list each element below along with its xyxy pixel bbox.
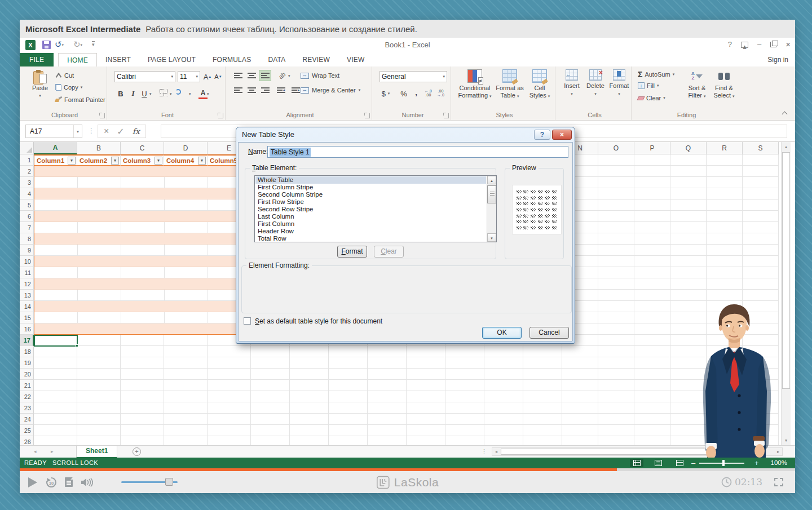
cell-B20[interactable] (77, 369, 121, 380)
cell-L24[interactable] (484, 414, 523, 425)
format-as-table-button[interactable]: Format asTable ▾ (495, 69, 525, 100)
cell-A25[interactable] (34, 425, 77, 436)
cell-R4[interactable] (707, 188, 743, 199)
table-header-column3[interactable]: Column3▾ (121, 154, 164, 166)
cell-J25[interactable] (407, 425, 445, 436)
cell-P13[interactable] (634, 290, 670, 301)
cell-H20[interactable] (329, 369, 368, 380)
table-element-option-last-column[interactable]: Last Column (255, 213, 486, 220)
filter-icon-column3[interactable]: ▾ (155, 157, 162, 165)
middle-align-icon[interactable] (245, 70, 258, 81)
cell-D18[interactable] (164, 346, 208, 357)
ribbon-tab-view[interactable]: VIEW (338, 53, 373, 66)
cell-styles-button[interactable]: CellStyles ▾ (527, 69, 552, 100)
cell-I24[interactable] (368, 414, 407, 425)
cell-G21[interactable] (290, 380, 329, 391)
cell-M25[interactable] (523, 425, 562, 436)
comma-style-icon[interactable]: , (411, 87, 421, 98)
column-header-P[interactable]: P (634, 142, 670, 154)
cell-N23[interactable] (562, 402, 598, 414)
cell-O17[interactable] (598, 335, 634, 346)
filter-icon-column2[interactable]: ▾ (111, 157, 119, 165)
cell-L23[interactable] (484, 402, 523, 414)
cell-P23[interactable] (634, 402, 670, 414)
cell-Q8[interactable] (670, 233, 707, 245)
currency-icon[interactable]: $ ▾ (381, 88, 391, 99)
cell-R5[interactable] (707, 199, 743, 211)
decrease-font-icon[interactable]: A▼ (213, 71, 223, 82)
cell-M20[interactable] (523, 369, 562, 380)
volume-slider-thumb[interactable] (165, 478, 173, 486)
sheet-tab-sheet1[interactable]: Sheet1 (76, 446, 117, 458)
align-right-icon[interactable] (259, 85, 271, 96)
zoom-level[interactable]: 100% (771, 458, 787, 468)
bottom-align-icon[interactable] (259, 70, 271, 81)
row-header-3[interactable]: 3 (20, 177, 34, 188)
column-header-O[interactable]: O (598, 142, 634, 154)
fill-handle[interactable] (76, 344, 78, 347)
row-header-14[interactable]: 14 (20, 301, 34, 312)
cell-Q2[interactable] (670, 166, 707, 177)
cell-O6[interactable] (598, 211, 634, 222)
cell-A21[interactable] (34, 380, 77, 391)
row-header-20[interactable]: 20 (20, 369, 34, 380)
insert-cells-button[interactable]: ← Insert▾ (561, 69, 583, 97)
name-box-dropdown-icon[interactable]: ▾ (73, 125, 82, 138)
cell-O15[interactable] (598, 312, 634, 323)
cell-K22[interactable] (445, 391, 484, 402)
cell-Q7[interactable] (670, 222, 707, 233)
zoom-slider-track[interactable] (699, 463, 744, 464)
dialog-help-icon[interactable]: ? (534, 130, 550, 140)
table-row-8[interactable] (34, 233, 251, 245)
page-layout-view-icon[interactable] (651, 459, 665, 467)
cell-S1[interactable] (743, 154, 779, 166)
name-box[interactable]: A17▾ (25, 125, 82, 138)
cell-D25[interactable] (164, 425, 208, 436)
cell-S7[interactable] (743, 222, 779, 233)
cell-P21[interactable] (634, 380, 670, 391)
cell-P20[interactable] (634, 369, 670, 380)
cell-H21[interactable] (329, 380, 368, 391)
cell-I19[interactable] (368, 357, 407, 369)
default-style-checkbox-label[interactable]: Set as default table style for this docu… (255, 317, 382, 325)
row-header-15[interactable]: 15 (20, 312, 34, 323)
delete-cells-button[interactable]: × Delete▾ (584, 69, 607, 97)
format-button[interactable]: Format (337, 246, 367, 258)
cell-I25[interactable] (368, 425, 407, 436)
cell-D24[interactable] (164, 414, 208, 425)
underline-dropdown-icon[interactable]: ▾ (149, 92, 152, 96)
cell-A18[interactable] (34, 346, 77, 357)
cell-G23[interactable] (290, 402, 329, 414)
cell-Q11[interactable] (670, 267, 707, 278)
cell-Q9[interactable] (670, 245, 707, 256)
cell-R3[interactable] (707, 177, 743, 188)
ribbon-tab-page-layout[interactable]: PAGE LAYOUT (139, 53, 204, 66)
cell-O2[interactable] (598, 166, 634, 177)
cell-E25[interactable] (208, 425, 251, 436)
number-dialog-launcher[interactable] (444, 113, 449, 118)
cell-A23[interactable] (34, 402, 77, 414)
collapse-ribbon-icon[interactable] (782, 110, 787, 116)
table-row-6[interactable] (34, 211, 251, 222)
ribbon-tab-formulas[interactable]: FORMULAS (204, 53, 259, 66)
cell-B26[interactable] (77, 436, 121, 445)
cell-M18[interactable] (523, 346, 562, 357)
fullscreen-icon[interactable] (774, 478, 783, 486)
decrease-decimal-icon[interactable]: .00→.0 (437, 89, 444, 97)
row-header-7[interactable]: 7 (20, 222, 34, 233)
sign-in-link[interactable]: Sign in (767, 53, 788, 66)
bold-button[interactable]: B (116, 88, 126, 99)
scroll-left-icon[interactable]: ◂ (492, 448, 500, 455)
orientation-dropdown-icon[interactable]: ▾ (288, 74, 290, 78)
cell-S9[interactable] (743, 245, 779, 256)
cell-R1[interactable] (707, 154, 743, 166)
table-row-11[interactable] (34, 267, 251, 278)
increase-indent-icon[interactable]: ▸ (289, 85, 302, 96)
cell-C18[interactable] (121, 346, 164, 357)
cell-C20[interactable] (121, 369, 164, 380)
cell-N20[interactable] (562, 369, 598, 380)
list-scroll-thumb[interactable] (487, 185, 496, 203)
cell-K18[interactable] (445, 346, 484, 357)
table-header-column4[interactable]: Column4▾ (164, 154, 208, 166)
cell-I20[interactable] (368, 369, 407, 380)
